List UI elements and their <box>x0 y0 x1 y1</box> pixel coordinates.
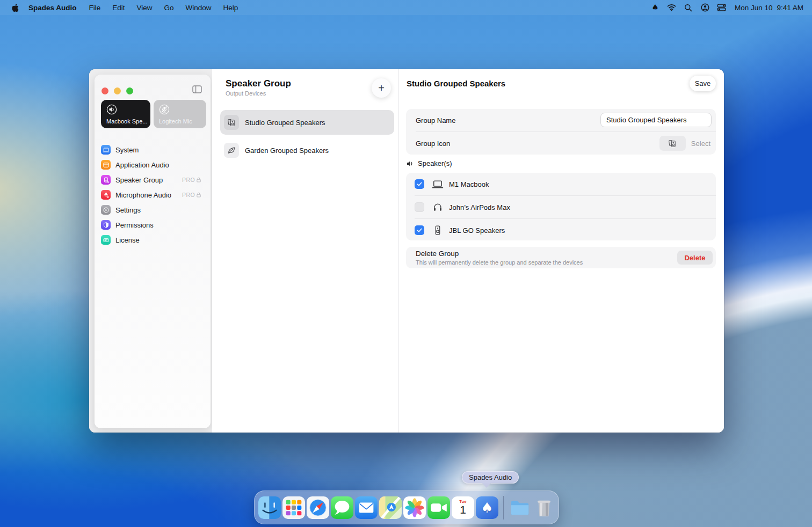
shield-icon <box>101 220 111 230</box>
app-audio-icon <box>101 160 111 170</box>
dock-tooltip-arrow <box>482 483 491 488</box>
dock-safari-icon[interactable] <box>307 496 329 519</box>
sidebar-toggle-icon[interactable] <box>192 85 202 96</box>
delete-group-card: Delete Group This will permanently delet… <box>406 247 716 268</box>
sidebar-item-label: Microphone Audio <box>115 191 171 199</box>
sidebar-item-permissions[interactable]: Permissions <box>101 217 205 232</box>
save-button[interactable]: Save <box>690 76 716 91</box>
device-card-macbook-speakers[interactable]: Macbook Spe... <box>101 100 150 128</box>
group-icon-row: Group Icon Select <box>406 132 716 155</box>
grouped-speakers-icon <box>668 138 678 149</box>
sidebar-item-label: Permissions <box>115 221 154 229</box>
settings-icon <box>101 205 111 215</box>
menubar-date: Mon Jun 10 <box>735 4 773 12</box>
control-center-icon[interactable] <box>716 3 728 12</box>
wifi-icon[interactable] <box>666 3 678 12</box>
pro-badge: PRO <box>182 177 201 183</box>
menubar-clock[interactable]: Mon Jun 10 9:41 AM <box>735 4 803 12</box>
zoom-button[interactable] <box>126 87 133 94</box>
dock-messages-icon[interactable] <box>331 496 353 519</box>
select-icon-label[interactable]: Select <box>691 132 711 155</box>
speaker-row-airpods-max[interactable]: John’s AirPods Max <box>406 196 716 218</box>
speaker-box-icon <box>431 224 444 236</box>
search-icon[interactable] <box>683 3 694 12</box>
sidebar: Macbook Spe... Logitech Mic System <box>89 69 212 433</box>
sidebar-item-system[interactable]: System <box>101 142 205 157</box>
close-button[interactable] <box>102 87 108 94</box>
sidebar-panel: Macbook Spe... Logitech Mic System <box>95 75 211 428</box>
app-window: Macbook Spe... Logitech Mic System <box>89 69 724 433</box>
group-name-input[interactable] <box>600 113 712 127</box>
speaker-row-jbl-go[interactable]: JBL GO Speakers <box>406 219 716 241</box>
list-panel-title: Speaker Group <box>226 78 291 89</box>
speaker-name: JBL GO Speakers <box>449 226 505 235</box>
menu-go[interactable]: Go <box>158 4 180 12</box>
speakers-card: M1 Macbook John’s AirPods Max JBL GO Spe… <box>406 173 716 240</box>
menu-edit[interactable]: Edit <box>106 4 130 12</box>
dock-facetime-icon[interactable] <box>427 496 450 519</box>
menu-help[interactable]: Help <box>218 4 244 12</box>
dock-finder-icon[interactable] <box>258 496 281 519</box>
mic-audio-icon <box>101 190 111 200</box>
device-card-label: Logitech Mic <box>159 118 192 125</box>
dock-launchpad-icon[interactable] <box>282 496 305 519</box>
dock-maps-icon[interactable] <box>379 496 402 519</box>
list-item-label: Studio Grouped Speakers <box>245 119 325 127</box>
sidebar-item-label: Application Audio <box>115 161 169 169</box>
list-item-garden-grouped-speakers[interactable]: Garden Grouped Speakers <box>220 138 394 163</box>
checkbox-checked[interactable] <box>415 225 424 235</box>
group-name-row: Group Name <box>406 109 716 131</box>
system-icon <box>101 145 111 155</box>
dock-calendar-icon[interactable]: Tue 1 <box>452 496 474 519</box>
license-icon <box>101 235 111 245</box>
device-card-logitech-mic[interactable]: Logitech Mic <box>154 100 206 128</box>
menu-window[interactable]: Window <box>180 4 218 12</box>
pro-badge: PRO <box>182 192 201 198</box>
detail-title: Studio Grouped Speakers <box>407 79 505 88</box>
delete-group-description: This will permanently delete the group a… <box>416 259 716 266</box>
list-item-label: Garden Grouped Speakers <box>245 147 329 155</box>
dock-folder-icon[interactable] <box>509 496 531 519</box>
sidebar-item-label: System <box>115 146 139 154</box>
dock-trash-icon[interactable] <box>533 496 555 519</box>
checkbox-checked[interactable] <box>415 179 424 189</box>
apple-menu-icon[interactable] <box>9 3 21 12</box>
delete-button[interactable]: Delete <box>677 251 713 265</box>
sidebar-item-settings[interactable]: Settings <box>101 202 205 217</box>
grouped-speakers-icon <box>224 115 239 130</box>
sidebar-item-license[interactable]: License <box>101 232 205 247</box>
sidebar-item-label: Speaker Group <box>115 176 163 184</box>
sidebar-nav: System Application Audio Speaker Group P… <box>101 142 205 247</box>
group-name-label: Group Name <box>416 116 455 125</box>
lock-icon <box>197 177 201 182</box>
leaf-icon <box>224 143 239 158</box>
laptop-icon <box>431 178 444 190</box>
speakers-section-label: Speaker(s) <box>418 159 452 167</box>
spade-glyph: ♠ <box>481 501 493 515</box>
menu-file[interactable]: File <box>83 4 107 12</box>
user-account-icon[interactable] <box>699 3 711 12</box>
menubar-app-name[interactable]: Spades Audio <box>28 4 77 12</box>
speaker-name: John’s AirPods Max <box>449 203 510 211</box>
menubar-time: 9:41 AM <box>777 4 803 12</box>
minimize-button[interactable] <box>114 87 121 94</box>
list-item-studio-grouped-speakers[interactable]: Studio Grouped Speakers <box>220 110 394 135</box>
sidebar-item-speaker-group[interactable]: Speaker Group PRO <box>101 172 205 187</box>
add-group-button[interactable]: + <box>372 78 391 98</box>
spade-status-icon[interactable]: ♠ <box>649 3 661 12</box>
dock-spades-audio-icon[interactable]: ♠ <box>476 496 498 519</box>
list-panel-subtitle: Output Devices <box>226 90 266 97</box>
dock-photos-icon[interactable] <box>403 496 426 519</box>
group-settings-card: Group Name Group Icon Select <box>406 109 716 155</box>
speaker-wave-icon <box>407 160 414 167</box>
speaker-group-icon <box>101 175 111 185</box>
list-panel: Speaker Group Output Devices + Studio Gr… <box>212 69 398 433</box>
group-icon-button[interactable] <box>659 136 686 151</box>
dock-mail-icon[interactable] <box>355 496 378 519</box>
headphones-icon <box>431 201 444 213</box>
speaker-row-m1-macbook[interactable]: M1 Macbook <box>406 173 716 195</box>
sidebar-item-application-audio[interactable]: Application Audio <box>101 157 205 172</box>
sidebar-item-microphone-audio[interactable]: Microphone Audio PRO <box>101 187 205 202</box>
menu-view[interactable]: View <box>131 4 158 12</box>
checkbox-unchecked[interactable] <box>415 202 424 212</box>
